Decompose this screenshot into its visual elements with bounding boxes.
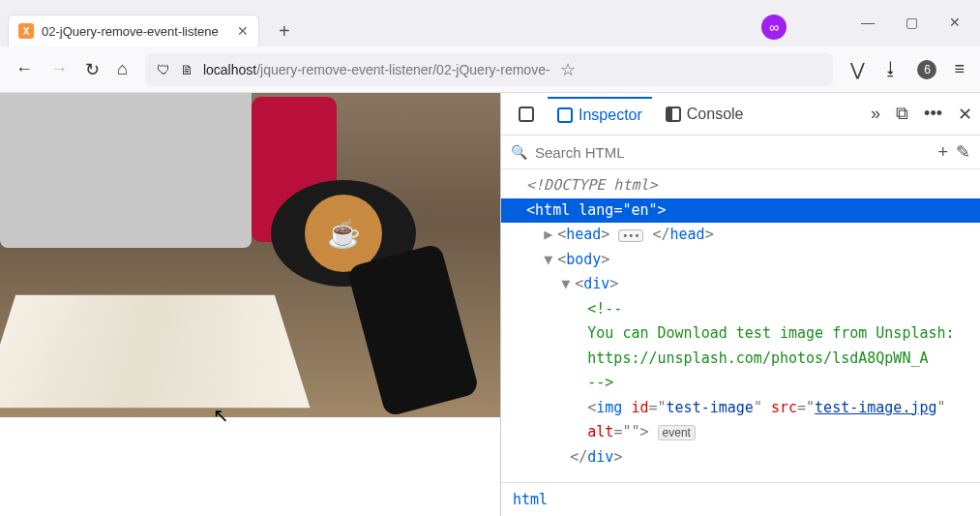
dom-div-element[interactable]: ▼<div> xyxy=(501,272,980,297)
tab-title: 02-jQuery-remove-event-listene xyxy=(42,24,229,39)
test-image[interactable]: ☕ xyxy=(0,93,500,417)
dom-div-close[interactable]: </div> xyxy=(501,445,980,470)
collapse-icon[interactable]: ▼ xyxy=(544,248,557,273)
devtools-tab-bar: Inspector Console » ⧉ ••• ✕ xyxy=(501,93,980,136)
element-picker-button[interactable] xyxy=(509,99,544,130)
devtools-search-bar: 🔍 + ✎ xyxy=(501,136,980,169)
ellipsis-icon[interactable]: ••• xyxy=(618,229,643,242)
url-bar[interactable]: 🛡 🗎 localhost/jquery-remove-event-listen… xyxy=(145,53,834,86)
mouse-cursor-icon: ↖ xyxy=(213,404,229,427)
inspector-tab[interactable]: Inspector xyxy=(548,97,652,132)
browser-window: ∞ — ▢ ✕ X 02-jQuery-remove-event-listene… xyxy=(0,0,980,93)
forward-button[interactable]: → xyxy=(50,59,68,79)
notification-count[interactable]: 6 xyxy=(917,60,936,79)
pocket-icon[interactable]: ⋁ xyxy=(850,59,865,80)
devtools-panel: Inspector Console » ⧉ ••• ✕ 🔍 + ✎ <!DOCT… xyxy=(500,93,980,516)
menu-button[interactable]: ≡ xyxy=(954,59,965,79)
dom-comment-line[interactable]: https://unsplash.com/photos/lsdA8QpWN_A xyxy=(501,347,980,372)
browser-tab[interactable]: X 02-jQuery-remove-event-listene ✕ xyxy=(8,15,259,46)
overflow-tabs-button[interactable]: » xyxy=(871,104,880,124)
responsive-mode-icon[interactable]: ⧉ xyxy=(896,104,908,124)
url-text: localhost/jquery-remove-event-listener/0… xyxy=(203,62,550,77)
event-badge[interactable]: event xyxy=(658,425,696,440)
dom-head-element[interactable]: ▶<head> ••• </head> xyxy=(501,223,980,248)
console-tab[interactable]: Console xyxy=(656,98,754,131)
page-viewport: ☕ ↖ xyxy=(0,93,500,516)
laptop-shape xyxy=(0,93,252,248)
window-controls: — ▢ ✕ xyxy=(861,15,961,30)
reload-button[interactable]: ↻ xyxy=(85,59,100,80)
downloads-icon[interactable]: ⭳ xyxy=(882,59,900,79)
back-button[interactable]: ← xyxy=(15,59,33,79)
home-button[interactable]: ⌂ xyxy=(117,59,128,79)
devtools-close-button[interactable]: ✕ xyxy=(958,104,972,125)
phone-shape xyxy=(346,243,480,417)
dom-html-element[interactable]: <html lang="en"> xyxy=(501,198,980,224)
maximize-button[interactable]: ▢ xyxy=(906,15,918,30)
dom-comment-open[interactable]: <!-- xyxy=(501,297,980,322)
tab-strip: X 02-jQuery-remove-event-listene ✕ + xyxy=(0,0,980,46)
dom-body-element[interactable]: ▼<body> xyxy=(501,248,980,273)
private-browsing-icon: ∞ xyxy=(761,15,787,40)
search-html-input[interactable] xyxy=(535,144,930,161)
console-icon xyxy=(666,106,681,122)
devtools-menu-button[interactable]: ••• xyxy=(924,104,942,124)
collapse-icon[interactable]: ▼ xyxy=(561,272,575,297)
breadcrumb[interactable]: html xyxy=(501,482,980,516)
page-info-icon[interactable]: 🗎 xyxy=(180,62,193,77)
shield-icon: 🛡 xyxy=(157,62,170,77)
search-icon: 🔍 xyxy=(511,144,527,160)
new-tab-button[interactable]: + xyxy=(271,16,298,46)
book-shape xyxy=(0,295,311,409)
close-window-button[interactable]: ✕ xyxy=(949,15,961,30)
content-row: ☕ ↖ Inspector Console » ⧉ ••• ✕ 🔍 + ✎ <!… xyxy=(0,93,980,516)
xampp-favicon-icon: X xyxy=(18,23,34,39)
nav-bar: ← → ↻ ⌂ 🛡 🗎 localhost/jquery-remove-even… xyxy=(0,46,980,93)
picker-icon xyxy=(519,106,534,122)
dom-comment-line[interactable]: You can Download test image from Unsplas… xyxy=(501,321,980,347)
inspector-icon xyxy=(557,107,573,123)
expand-icon[interactable]: ▶ xyxy=(544,223,557,248)
dom-img-alt[interactable]: alt=""> event xyxy=(501,420,980,445)
dom-img-element[interactable]: <img id="test-image" src="test-image.jpg… xyxy=(501,396,980,421)
add-element-button[interactable]: + xyxy=(937,142,948,163)
minimize-button[interactable]: — xyxy=(861,15,875,30)
bookmark-star-icon[interactable]: ☆ xyxy=(560,59,576,80)
tab-close-icon[interactable]: ✕ xyxy=(237,23,249,39)
dom-comment-close[interactable]: --> xyxy=(501,371,980,396)
eyedropper-icon[interactable]: ✎ xyxy=(956,141,970,163)
dom-tree[interactable]: <!DOCTYPE html> <html lang="en"> ▶<head>… xyxy=(501,169,980,482)
dom-doctype[interactable]: <!DOCTYPE html> xyxy=(501,173,980,198)
